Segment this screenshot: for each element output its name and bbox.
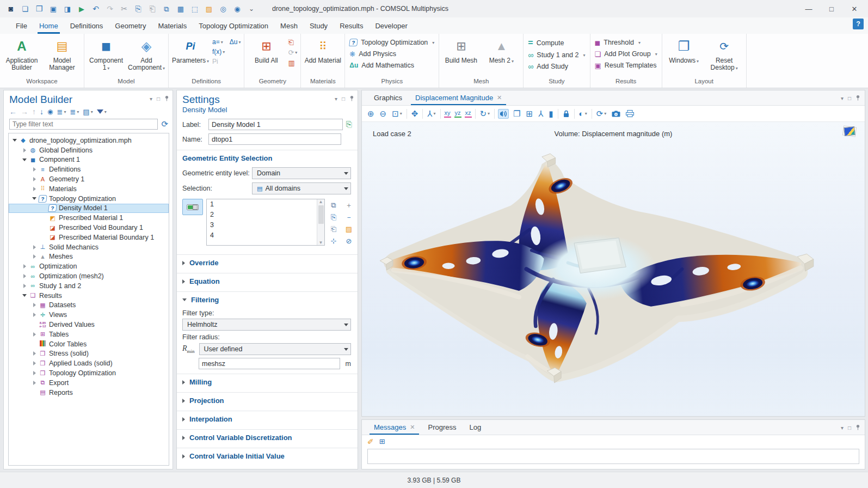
ribbon-delta-u[interactable]: Δu▾ bbox=[229, 38, 242, 46]
tree-expander[interactable] bbox=[30, 313, 38, 317]
paste[interactable]: ⎗ bbox=[146, 2, 159, 15]
go-to-view-icon[interactable]: ⅄▾ bbox=[426, 108, 436, 120]
tree-expander[interactable] bbox=[21, 264, 28, 269]
clear-messages-icon[interactable]: ✐ bbox=[367, 438, 374, 446]
panel-pin-icon[interactable] bbox=[349, 95, 354, 102]
tree-item-materials[interactable]: ⠿Materials bbox=[9, 184, 169, 194]
panel-float-icon[interactable]: □ bbox=[848, 95, 851, 101]
section-milling[interactable]: Milling bbox=[177, 374, 358, 389]
active-selection-toggle[interactable] bbox=[182, 199, 203, 215]
tree-item-definitions[interactable]: ≡Definitions bbox=[9, 164, 169, 174]
tree-expander[interactable] bbox=[30, 332, 38, 337]
messages-tab-progress[interactable]: Progress bbox=[421, 420, 463, 435]
ribbon-a-eq[interactable]: a=▾ bbox=[211, 38, 224, 46]
ribbon-pi-gray[interactable]: Pi bbox=[211, 58, 219, 65]
tree-item-component-1[interactable]: ◼Component 1 bbox=[9, 155, 169, 165]
back-icon[interactable]: ← bbox=[9, 108, 17, 115]
transparency-icon[interactable]: ❐ bbox=[512, 108, 521, 120]
print-icon[interactable] bbox=[625, 109, 635, 118]
move-up-icon[interactable]: ↑ bbox=[32, 108, 36, 115]
tree-expander[interactable] bbox=[30, 254, 38, 259]
update-icon[interactable]: ⟳▾ bbox=[595, 108, 608, 120]
ribbon-study-1-and-2[interactable]: ∞Study 1 and 2▾ bbox=[526, 51, 587, 59]
tree-item-optimization-mesh2-[interactable]: ∞Optimization (mesh2) bbox=[9, 271, 169, 281]
tree-item-reports[interactable]: ▤Reports bbox=[9, 388, 169, 398]
grid-icon[interactable]: ⊞ bbox=[525, 108, 534, 120]
section-override[interactable]: Override bbox=[177, 255, 358, 270]
tree-item-datasets[interactable]: ▦Datasets bbox=[9, 301, 169, 310]
panel-menu-icon[interactable]: ▾ bbox=[841, 425, 844, 431]
undo[interactable]: ↶ bbox=[89, 2, 102, 15]
ribbon-model-manager[interactable]: ▤Model Manager bbox=[42, 35, 82, 75]
tree-item-topology-optimization[interactable]: ?Topology Optimization bbox=[9, 194, 169, 204]
tree-item-prescribed-material-boundary-1[interactable]: ◪Prescribed Material Boundary 1 bbox=[9, 233, 169, 242]
tree-item-geometry-1[interactable]: AGeometry 1 bbox=[9, 174, 169, 184]
ribbon-fence[interactable]: ▥ bbox=[287, 59, 296, 67]
zoom-box-icon[interactable]: ⊡▾ bbox=[391, 108, 403, 120]
rmin-value-field[interactable] bbox=[199, 358, 340, 369]
menu-mesh[interactable]: Mesh bbox=[274, 17, 304, 34]
tree-item-derived-values[interactable]: 8.85e-12Derived Values bbox=[9, 320, 169, 330]
panel-pin-icon[interactable] bbox=[855, 424, 860, 431]
filter-type-combo[interactable]: Helmholtz bbox=[182, 319, 351, 331]
ribbon-add-study[interactable]: ∞Add Study bbox=[526, 62, 587, 71]
menu-developer[interactable]: Developer bbox=[369, 17, 413, 34]
rmin-combo[interactable]: User defined bbox=[199, 343, 351, 355]
preview-selected[interactable]: ◉ bbox=[231, 2, 244, 15]
zoom-out-icon[interactable]: ⊖ bbox=[379, 108, 388, 120]
tree-expander[interactable] bbox=[30, 167, 38, 172]
panel-menu-icon[interactable]: ▾ bbox=[841, 95, 844, 101]
menu-geometry[interactable]: Geometry bbox=[109, 17, 152, 34]
suppress-selection-icon[interactable]: ⊘ bbox=[346, 237, 352, 245]
tree-expander[interactable] bbox=[30, 351, 38, 356]
tree-expander[interactable] bbox=[21, 284, 28, 288]
geometric-entity-level-combo[interactable]: Domain bbox=[252, 167, 351, 179]
add-to-selection-icon[interactable]: ＋ bbox=[346, 201, 353, 209]
save-as[interactable]: ◨ bbox=[61, 2, 74, 15]
tree-expander[interactable] bbox=[11, 139, 19, 142]
menu-study[interactable]: Study bbox=[304, 17, 334, 34]
messages-output[interactable] bbox=[367, 449, 859, 464]
menu-materials[interactable]: Materials bbox=[152, 17, 193, 34]
new-file[interactable]: ❏ bbox=[19, 2, 32, 15]
ribbon-build-mesh[interactable]: ⊞Build Mesh bbox=[441, 35, 481, 75]
color-legend-icon[interactable]: ▮ bbox=[547, 108, 554, 120]
forward-icon[interactable]: → bbox=[21, 108, 28, 115]
create-selection-icon[interactable]: ⧉ bbox=[331, 201, 336, 209]
menu-file[interactable]: File bbox=[10, 17, 33, 34]
maximize-button[interactable]: □ bbox=[820, 1, 843, 16]
remove-from-selection-icon[interactable]: － bbox=[346, 213, 353, 221]
redo[interactable]: ↷ bbox=[103, 2, 116, 15]
selection-list-item[interactable]: 2 bbox=[210, 211, 313, 221]
selection-combo[interactable]: ▤All domains bbox=[252, 182, 351, 194]
section-interpolation[interactable]: Interpolation bbox=[177, 411, 358, 426]
tree-item-optimization[interactable]: ∞Optimization bbox=[9, 261, 169, 271]
zoom-extents-icon[interactable]: ✥ bbox=[410, 108, 420, 120]
lock-icon[interactable] bbox=[562, 109, 571, 119]
run[interactable]: ▶ bbox=[75, 2, 88, 15]
show-icon[interactable]: ◉ bbox=[47, 108, 53, 115]
ribbon-add-mathematics[interactable]: ΔuAdd Mathematics bbox=[347, 61, 436, 70]
ribbon-topology-optimization[interactable]: ?Topology Optimization▾ bbox=[347, 38, 436, 47]
scene-light-icon[interactable] bbox=[498, 109, 509, 119]
tree-item-topology-optimization[interactable]: ❒Topology Optimization bbox=[9, 368, 169, 378]
close-button[interactable]: ✕ bbox=[843, 1, 866, 16]
refresh-icon[interactable]: ⟳ bbox=[161, 119, 168, 129]
ribbon-parameters[interactable]: PiParameters▾ bbox=[171, 35, 210, 75]
ribbon-result-templates[interactable]: ▣Result Templates bbox=[593, 61, 660, 70]
ribbon-build-all[interactable]: ⊞Build All bbox=[247, 35, 286, 75]
ribbon-reuse[interactable]: ⟳▾ bbox=[287, 48, 298, 57]
tree-expander[interactable] bbox=[30, 371, 38, 375]
messages-tab-log[interactable]: Log bbox=[463, 420, 488, 435]
selection-list[interactable]: 1234 ▲▼ bbox=[206, 199, 325, 246]
move-down-icon[interactable]: ↓ bbox=[40, 108, 44, 115]
tree-item-tables[interactable]: ⊞Tables bbox=[9, 330, 169, 339]
ribbon-import-geom[interactable]: ⎗ bbox=[287, 38, 294, 46]
close-tab-icon[interactable]: ✕ bbox=[410, 424, 415, 431]
tree-item-prescribed-void-boundary-1[interactable]: ◪Prescribed Void Boundary 1 bbox=[9, 223, 169, 233]
ribbon-threshold[interactable]: ◼Threshold▾ bbox=[593, 38, 660, 47]
clear-selection[interactable]: ▨ bbox=[202, 2, 216, 15]
tree-expander[interactable] bbox=[21, 294, 28, 297]
section-geometric-entity-selection[interactable]: Geometric Entity Selection bbox=[177, 150, 358, 165]
tree-item-results[interactable]: ❏Results bbox=[9, 291, 169, 301]
